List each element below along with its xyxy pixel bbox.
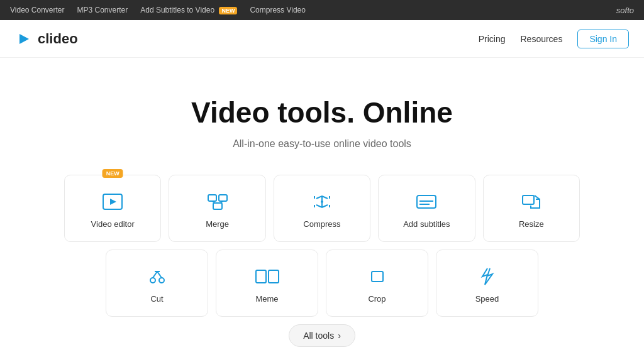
svg-rect-5 (213, 203, 222, 209)
tool-card-add-subtitles[interactable]: Add subtitles (378, 175, 475, 242)
banner-link-add-subtitles[interactable]: Add Subtitles to Video NEW (140, 6, 237, 14)
logo[interactable]: clideo (15, 30, 78, 48)
new-badge: NEW (219, 7, 237, 14)
top-banner: Video Converter MP3 Converter Add Subtit… (0, 0, 644, 20)
resize-icon (521, 190, 542, 213)
banner-link-compress-video[interactable]: Compress Video (250, 6, 306, 14)
svg-point-24 (159, 278, 164, 283)
svg-line-12 (322, 205, 328, 207)
tool-card-meme[interactable]: Meme (216, 250, 318, 317)
tool-label-cut: Cut (150, 294, 163, 304)
tools-row-2: Cut Meme Crop (106, 250, 538, 317)
video-editor-icon (102, 190, 123, 213)
svg-line-25 (153, 272, 157, 278)
nav-right: Pricing Resources Sign In (479, 30, 629, 48)
svg-line-10 (322, 196, 328, 199)
banner-link-video-converter[interactable]: Video Converter (10, 6, 65, 14)
tool-card-video-editor[interactable]: NEW Video editor (64, 175, 161, 242)
tool-card-cut[interactable]: Cut (106, 250, 208, 317)
meme-icon (255, 265, 280, 288)
tool-card-compress[interactable]: Compress (274, 175, 370, 242)
svg-point-23 (150, 278, 155, 283)
speed-icon (479, 265, 496, 288)
svg-marker-2 (110, 199, 116, 205)
tools-section: NEW Video editor Merge (52, 175, 592, 362)
all-tools-chevron-icon: › (338, 331, 341, 341)
logo-text: clideo (38, 31, 78, 47)
all-tools-label: All tools (303, 331, 334, 341)
hero-section: Video tools. Online All-in-one easy-to-u… (0, 58, 644, 175)
tool-label-merge: Merge (206, 219, 229, 229)
tool-label-compress: Compress (303, 219, 340, 229)
signin-button[interactable]: Sign In (577, 30, 629, 48)
main-nav: clideo Pricing Resources Sign In (0, 20, 644, 58)
nav-link-resources[interactable]: Resources (520, 34, 562, 44)
tool-label-meme: Meme (255, 294, 278, 304)
banner-link-mp3-converter[interactable]: MP3 Converter (77, 6, 128, 14)
tool-label-speed: Speed (475, 294, 499, 304)
tool-label-video-editor: Video editor (91, 219, 135, 229)
svg-rect-28 (256, 270, 266, 283)
hero-subtitle: All-in-one easy-to-use online video tool… (13, 138, 631, 150)
tool-label-resize: Resize (519, 219, 544, 229)
svg-rect-29 (269, 270, 279, 283)
tool-card-resize[interactable]: Resize (483, 175, 580, 242)
all-tools-button[interactable]: All tools › (289, 324, 355, 347)
tool-card-merge[interactable]: Merge (169, 175, 265, 242)
svg-rect-30 (372, 272, 383, 282)
svg-line-9 (316, 196, 322, 199)
compress-icon (311, 190, 333, 213)
tool-card-crop[interactable]: Crop (326, 250, 428, 317)
tools-row-1: NEW Video editor Merge (64, 175, 580, 242)
tool-label-add-subtitles: Add subtitles (403, 219, 450, 229)
svg-rect-4 (219, 195, 227, 201)
hero-title: Video tools. Online (13, 96, 631, 129)
svg-marker-0 (19, 34, 29, 44)
svg-rect-3 (208, 195, 216, 201)
merge-icon (207, 190, 228, 213)
subtitles-icon (416, 190, 437, 213)
tool-label-crop: Crop (368, 294, 386, 304)
tool-new-badge: NEW (103, 169, 123, 178)
svg-line-26 (157, 272, 162, 278)
svg-point-13 (321, 200, 323, 203)
svg-rect-21 (523, 195, 534, 204)
banner-brand: softo (616, 6, 634, 15)
all-tools-wrap: All tools › (64, 324, 580, 347)
crop-icon (368, 265, 387, 288)
tool-card-speed[interactable]: Speed (436, 250, 538, 317)
svg-line-11 (316, 205, 322, 207)
logo-icon (15, 30, 33, 48)
cut-icon (147, 265, 168, 288)
nav-link-pricing[interactable]: Pricing (479, 34, 506, 44)
